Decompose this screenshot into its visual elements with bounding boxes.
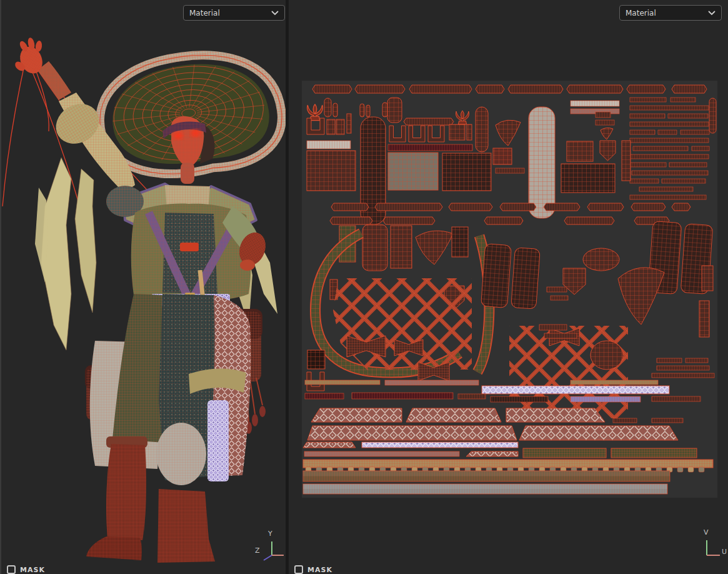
material-dropdown[interactable]: Material	[619, 5, 722, 21]
axis-u-label: U	[722, 548, 727, 556]
material-dropdown[interactable]: Material	[183, 5, 285, 21]
mask-toggle[interactable]: MASK	[294, 565, 332, 574]
axis-z-label: Z	[255, 546, 260, 555]
mask-label: MASK	[307, 566, 332, 574]
chevron-down-icon	[708, 11, 716, 16]
viewport-3d[interactable]: Material MASK Y Z X	[0, 0, 286, 574]
mask-label: MASK	[20, 566, 45, 574]
uv-canvas[interactable]	[302, 81, 717, 498]
material-dropdown-value: Material	[189, 9, 220, 18]
viewport-uv[interactable]: Material MASK V U	[289, 0, 728, 574]
axis-gizmo-uv: V U	[686, 528, 727, 566]
material-dropdown-value: Material	[626, 9, 656, 18]
mask-icon	[7, 565, 16, 574]
uv-islands	[302, 81, 717, 498]
axis-y-label: Y	[268, 530, 272, 538]
character-model	[1, 0, 287, 574]
mask-icon	[294, 565, 303, 574]
chevron-down-icon	[271, 11, 279, 16]
mask-toggle[interactable]: MASK	[7, 565, 45, 574]
axis-v-label: V	[704, 528, 709, 536]
